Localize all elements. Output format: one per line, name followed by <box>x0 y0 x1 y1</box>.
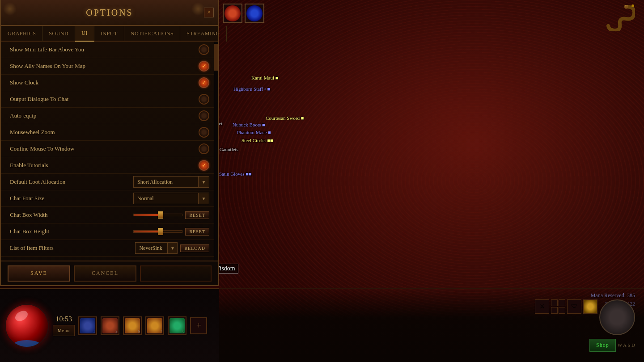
small-icon-4[interactable] <box>559 307 565 314</box>
skill-8-number: 8 <box>182 329 184 333</box>
setting-loot-allocation: Default Loot Allocation Short Allocation… <box>1 174 218 190</box>
confine-mouse-toggle[interactable] <box>199 143 209 154</box>
output-dialogue-toggle[interactable] <box>199 94 209 105</box>
chat-box-width-track[interactable] <box>133 214 182 216</box>
life-orb-ring <box>13 340 40 348</box>
add-skill-button[interactable]: + <box>190 317 207 334</box>
svg-point-2 <box>627 5 628 7</box>
skill-7-number: 7 <box>160 329 162 333</box>
coin-icon[interactable] <box>583 299 597 314</box>
item-label[interactable]: Steel Circlet ■■ <box>242 138 273 143</box>
chat-box-height-thumb[interactable] <box>158 228 163 235</box>
chat-font-size-value: Normal <box>134 195 198 202</box>
hud-icon-1[interactable] <box>223 4 242 23</box>
panel-scrollbar[interactable] <box>214 42 218 261</box>
right-icon-row-1: ⚔ 🛡 <box>535 299 597 335</box>
save-button[interactable]: Save <box>8 265 70 282</box>
setting-chat-font-size: Chat Font Size Normal ▼ <box>1 190 218 207</box>
tab-ui[interactable]: UI <box>75 26 94 42</box>
tab-notifications[interactable]: Notifications <box>124 26 181 42</box>
svg-point-1 <box>625 5 626 7</box>
sword-icon[interactable]: ⚔ <box>535 299 549 314</box>
item-label[interactable]: Courtesan Sword ■ <box>266 115 304 121</box>
show-bar-toggle[interactable] <box>199 44 209 55</box>
tabs-bar: Graphics Sound UI Input Notifications St… <box>1 26 218 42</box>
reload-button[interactable]: RELOAD <box>180 244 209 252</box>
item-label[interactable]: Nubuck Boots ■ <box>233 122 265 127</box>
skill-2-number: 2 <box>115 329 117 333</box>
hud-icon-2[interactable] <box>245 4 264 23</box>
footer-spacer <box>140 265 212 282</box>
right-orb <box>599 299 635 335</box>
enable-tutorials-toggle[interactable] <box>199 160 209 171</box>
tab-sound[interactable]: Sound <box>42 26 75 42</box>
setting-show-names: Show Ally Names On Your Map <box>1 58 218 75</box>
show-names-toggle[interactable] <box>199 61 209 72</box>
chat-box-width-thumb[interactable] <box>158 211 163 219</box>
wasd-display: W A S D <box>618 342 635 348</box>
item-label[interactable]: Phantom Mace ■ <box>237 130 271 135</box>
show-bar-label: Show Mini Life Bar Above You <box>10 46 84 53</box>
show-clock-label: Show Clock <box>10 79 38 86</box>
setting-enable-tutorials: Enable Tutorials <box>1 157 218 174</box>
output-dialogue-label: Output Dialogue To Chat <box>10 96 68 103</box>
skill-slot-1[interactable]: 1 <box>78 316 97 335</box>
chat-font-size-arrow-icon: ▼ <box>198 193 209 204</box>
item-label[interactable]: Satin Gloves ■■ <box>219 171 252 177</box>
corner-decoration-tl <box>3 2 17 16</box>
corner-decoration-tr <box>191 2 205 16</box>
chat-box-height-reset[interactable]: RESET <box>185 228 209 236</box>
chat-box-height-track[interactable] <box>133 230 182 233</box>
show-names-label: Show Ally Names On Your Map <box>10 63 85 70</box>
chat-box-height-label: Chat Box Height <box>10 228 49 235</box>
bottom-hud-left: 10:53 Menu 1 2 6 7 8 + <box>0 288 219 362</box>
setting-item-filters: List of Item Filters NeverSink ▼ RELOAD <box>1 240 218 257</box>
panel-footer: Save Cancel <box>1 261 218 285</box>
skill-slot-2[interactable]: 2 <box>101 316 119 335</box>
chat-font-size-dropdown[interactable]: Normal ▼ <box>133 193 209 204</box>
setting-output-dialogue: Output Dialogue To Chat <box>1 91 218 108</box>
item-filters-container: NeverSink ▼ RELOAD <box>135 242 209 254</box>
loot-allocation-value: Short Allocation <box>134 179 198 185</box>
setting-confine-mouse: Confine Mouse To Window <box>1 141 218 157</box>
settings-content: Show Mini Life Bar Above You Show Ally N… <box>1 42 218 261</box>
neversink-dropdown[interactable]: NeverSink ▼ <box>135 242 178 254</box>
neversink-value: NeverSink <box>136 245 167 252</box>
tab-graphics[interactable]: Graphics <box>1 26 42 42</box>
skill-slot-8[interactable]: 8 <box>168 316 186 335</box>
small-icon-2[interactable] <box>559 299 565 306</box>
chat-box-width-fill <box>134 214 160 216</box>
shield-icon[interactable]: 🛡 <box>567 299 581 314</box>
chat-box-height-fill <box>134 231 160 232</box>
skill-slot-6[interactable]: 6 <box>123 316 142 335</box>
setting-chat-box-width: Chat Box Width RESET <box>1 207 218 223</box>
shop-button[interactable]: Shop <box>589 339 616 352</box>
tab-input[interactable]: Input <box>94 26 124 42</box>
item-filters-label: List of Item Filters <box>10 244 54 252</box>
mousewheel-zoom-toggle[interactable] <box>199 127 209 138</box>
small-icon-3[interactable] <box>551 307 558 314</box>
auto-equip-toggle[interactable] <box>199 110 209 121</box>
skill-1-number: 1 <box>93 329 95 333</box>
tab-streaming[interactable]: Streaming <box>180 26 227 42</box>
setting-show-clock: Show Clock <box>1 75 218 91</box>
skill-6-number: 6 <box>138 329 140 333</box>
menu-button[interactable]: Menu <box>53 325 75 336</box>
item-label[interactable]: Karui Maul ■ <box>251 75 278 80</box>
neversink-arrow-icon: ▼ <box>167 243 177 253</box>
cancel-button[interactable]: Cancel <box>74 265 136 282</box>
item-label[interactable]: Highborn Staff • ■ <box>233 86 270 92</box>
loot-allocation-dropdown[interactable]: Short Allocation ▼ <box>133 176 209 188</box>
small-icon-1[interactable] <box>551 299 558 306</box>
svg-point-3 <box>631 4 634 7</box>
top-icons <box>223 4 264 23</box>
scrollbar-thumb[interactable] <box>214 44 218 71</box>
skill-slot-7[interactable]: 7 <box>145 316 164 335</box>
chat-box-width-reset[interactable]: RESET <box>185 211 209 219</box>
close-button[interactable]: × <box>204 8 214 17</box>
confine-mouse-label: Confine Mouse To Window <box>10 145 74 152</box>
show-clock-toggle[interactable] <box>199 77 209 88</box>
snake-decoration <box>599 4 635 31</box>
chat-box-width-label: Chat Box Width <box>10 211 47 219</box>
clock-display: 10:53 <box>55 315 72 323</box>
